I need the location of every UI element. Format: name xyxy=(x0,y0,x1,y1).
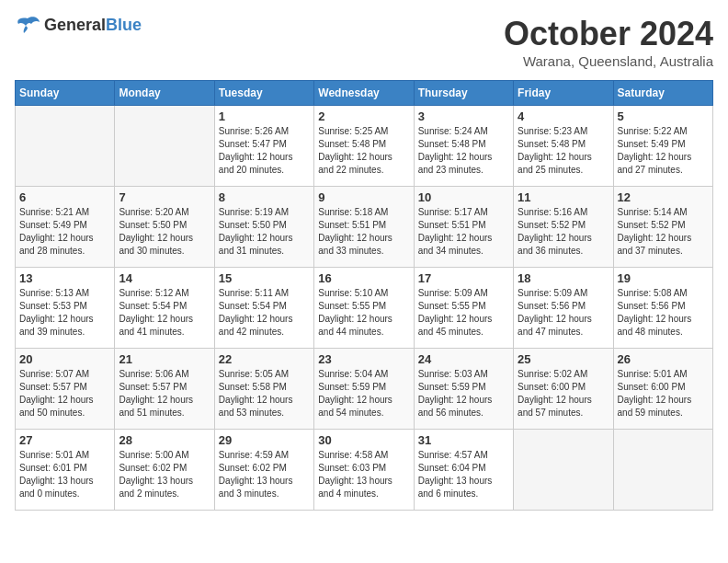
sunset: Sunset: 5:52 PM xyxy=(618,220,686,230)
day-info: Sunrise: 5:05 AMSunset: 5:58 PMDaylight:… xyxy=(219,368,310,419)
sunset: Sunset: 5:49 PM xyxy=(19,220,87,230)
sunset: Sunset: 5:47 PM xyxy=(219,139,287,149)
day-info: Sunrise: 5:06 AMSunset: 5:57 PMDaylight:… xyxy=(119,368,210,419)
day-number: 17 xyxy=(418,271,509,285)
day-number: 9 xyxy=(318,190,409,204)
day-info: Sunrise: 5:16 AMSunset: 5:52 PMDaylight:… xyxy=(518,206,609,258)
calendar-cell xyxy=(613,430,712,511)
calendar-cell: 8Sunrise: 5:19 AMSunset: 5:50 PMDaylight… xyxy=(214,187,313,268)
sunset: Sunset: 5:57 PM xyxy=(119,382,187,392)
sunrise: Sunrise: 5:11 AM xyxy=(219,288,289,298)
daylight: Daylight: 12 hours and 50 minutes. xyxy=(19,395,94,418)
day-number: 31 xyxy=(418,433,509,447)
daylight: Daylight: 12 hours and 33 minutes. xyxy=(318,233,392,256)
sunrise: Sunrise: 5:01 AM xyxy=(618,369,688,379)
sunrise: Sunrise: 5:25 AM xyxy=(318,126,388,136)
day-number: 3 xyxy=(418,109,509,123)
daylight: Daylight: 12 hours and 59 minutes. xyxy=(618,395,692,418)
calendar-cell: 17Sunrise: 5:09 AMSunset: 5:55 PMDayligh… xyxy=(414,268,513,349)
day-number: 5 xyxy=(618,109,709,123)
day-info: Sunrise: 5:12 AMSunset: 5:54 PMDaylight:… xyxy=(119,287,210,339)
day-number: 7 xyxy=(119,190,210,204)
calendar-cell: 1Sunrise: 5:26 AMSunset: 5:47 PMDaylight… xyxy=(214,106,313,187)
title-block: October 2024 Warana, Queensland, Austral… xyxy=(504,15,713,69)
daylight: Daylight: 13 hours and 3 minutes. xyxy=(219,476,293,499)
calendar-cell: 14Sunrise: 5:12 AMSunset: 5:54 PMDayligh… xyxy=(115,268,214,349)
sunrise: Sunrise: 5:17 AM xyxy=(418,207,488,217)
calendar-header: SundayMondayTuesdayWednesdayThursdayFrid… xyxy=(16,81,713,106)
calendar-cell: 3Sunrise: 5:24 AMSunset: 5:48 PMDaylight… xyxy=(414,106,513,187)
sunrise: Sunrise: 5:24 AM xyxy=(418,126,488,136)
header-sunday: Sunday xyxy=(16,81,115,106)
day-info: Sunrise: 5:13 AMSunset: 5:53 PMDaylight:… xyxy=(19,287,110,339)
location-title: Warana, Queensland, Australia xyxy=(504,53,713,69)
calendar-cell: 28Sunrise: 5:00 AMSunset: 6:02 PMDayligh… xyxy=(115,430,214,511)
daylight: Daylight: 13 hours and 2 minutes. xyxy=(119,476,193,499)
daylight: Daylight: 12 hours and 44 minutes. xyxy=(318,314,392,337)
sunset: Sunset: 6:01 PM xyxy=(19,463,87,473)
day-number: 16 xyxy=(318,271,409,285)
daylight: Daylight: 12 hours and 45 minutes. xyxy=(418,314,493,337)
sunset: Sunset: 6:00 PM xyxy=(618,382,686,392)
sunset: Sunset: 6:04 PM xyxy=(418,463,486,473)
day-info: Sunrise: 5:21 AMSunset: 5:49 PMDaylight:… xyxy=(19,206,110,258)
calendar-cell: 5Sunrise: 5:22 AMSunset: 5:49 PMDaylight… xyxy=(613,106,712,187)
sunset: Sunset: 5:52 PM xyxy=(518,220,586,230)
calendar-cell: 4Sunrise: 5:23 AMSunset: 5:48 PMDaylight… xyxy=(514,106,613,187)
day-number: 15 xyxy=(219,271,310,285)
sunset: Sunset: 6:02 PM xyxy=(119,463,187,473)
day-number: 21 xyxy=(119,352,210,366)
logo-icon xyxy=(15,15,40,35)
day-number: 25 xyxy=(518,352,609,366)
day-number: 20 xyxy=(19,352,110,366)
sunset: Sunset: 5:57 PM xyxy=(19,382,87,392)
logo-text: GeneralBlue xyxy=(44,16,142,35)
sunset: Sunset: 5:51 PM xyxy=(418,220,486,230)
sunrise: Sunrise: 5:14 AM xyxy=(618,207,688,217)
sunrise: Sunrise: 5:19 AM xyxy=(219,207,289,217)
day-info: Sunrise: 5:25 AMSunset: 5:48 PMDaylight:… xyxy=(318,125,409,177)
sunrise: Sunrise: 5:13 AM xyxy=(19,288,89,298)
calendar-cell: 6Sunrise: 5:21 AMSunset: 5:49 PMDaylight… xyxy=(16,187,115,268)
calendar-cell: 7Sunrise: 5:20 AMSunset: 5:50 PMDaylight… xyxy=(115,187,214,268)
daylight: Daylight: 12 hours and 30 minutes. xyxy=(119,233,193,256)
sunrise: Sunrise: 5:01 AM xyxy=(19,450,89,460)
daylight: Daylight: 12 hours and 23 minutes. xyxy=(418,152,493,175)
sunrise: Sunrise: 4:57 AM xyxy=(418,450,488,460)
sunset: Sunset: 5:51 PM xyxy=(318,220,386,230)
week-row-2: 6Sunrise: 5:21 AMSunset: 5:49 PMDaylight… xyxy=(16,187,713,268)
sunrise: Sunrise: 5:10 AM xyxy=(318,288,388,298)
calendar-cell: 11Sunrise: 5:16 AMSunset: 5:52 PMDayligh… xyxy=(514,187,613,268)
calendar-table: SundayMondayTuesdayWednesdayThursdayFrid… xyxy=(15,80,713,511)
day-info: Sunrise: 5:23 AMSunset: 5:48 PMDaylight:… xyxy=(518,125,609,177)
day-number: 27 xyxy=(19,433,110,447)
sunset: Sunset: 5:54 PM xyxy=(219,301,287,311)
day-info: Sunrise: 5:00 AMSunset: 6:02 PMDaylight:… xyxy=(119,449,210,500)
sunrise: Sunrise: 5:02 AM xyxy=(518,369,587,379)
sunrise: Sunrise: 5:04 AM xyxy=(318,369,388,379)
daylight: Daylight: 13 hours and 4 minutes. xyxy=(318,476,392,499)
header-friday: Friday xyxy=(514,81,613,106)
day-info: Sunrise: 5:03 AMSunset: 5:59 PMDaylight:… xyxy=(418,368,509,419)
day-info: Sunrise: 5:18 AMSunset: 5:51 PMDaylight:… xyxy=(318,206,409,258)
day-info: Sunrise: 5:02 AMSunset: 6:00 PMDaylight:… xyxy=(518,368,609,419)
day-info: Sunrise: 5:04 AMSunset: 5:59 PMDaylight:… xyxy=(318,368,409,419)
day-info: Sunrise: 4:57 AMSunset: 6:04 PMDaylight:… xyxy=(418,449,509,500)
sunrise: Sunrise: 5:16 AM xyxy=(518,207,587,217)
calendar-body: 1Sunrise: 5:26 AMSunset: 5:47 PMDaylight… xyxy=(16,106,713,511)
calendar-cell: 22Sunrise: 5:05 AMSunset: 5:58 PMDayligh… xyxy=(214,349,313,430)
day-number: 19 xyxy=(618,271,709,285)
daylight: Daylight: 12 hours and 47 minutes. xyxy=(518,314,592,337)
calendar-cell: 31Sunrise: 4:57 AMSunset: 6:04 PMDayligh… xyxy=(414,430,513,511)
daylight: Daylight: 13 hours and 0 minutes. xyxy=(19,476,94,499)
sunrise: Sunrise: 5:26 AM xyxy=(219,126,289,136)
week-row-3: 13Sunrise: 5:13 AMSunset: 5:53 PMDayligh… xyxy=(16,268,713,349)
daylight: Daylight: 12 hours and 27 minutes. xyxy=(618,152,692,175)
sunset: Sunset: 5:54 PM xyxy=(119,301,187,311)
header-wednesday: Wednesday xyxy=(314,81,414,106)
daylight: Daylight: 12 hours and 53 minutes. xyxy=(219,395,293,418)
daylight: Daylight: 12 hours and 28 minutes. xyxy=(19,233,94,256)
calendar-cell: 30Sunrise: 4:58 AMSunset: 6:03 PMDayligh… xyxy=(314,430,414,511)
day-number: 2 xyxy=(318,109,409,123)
daylight: Daylight: 12 hours and 42 minutes. xyxy=(219,314,293,337)
